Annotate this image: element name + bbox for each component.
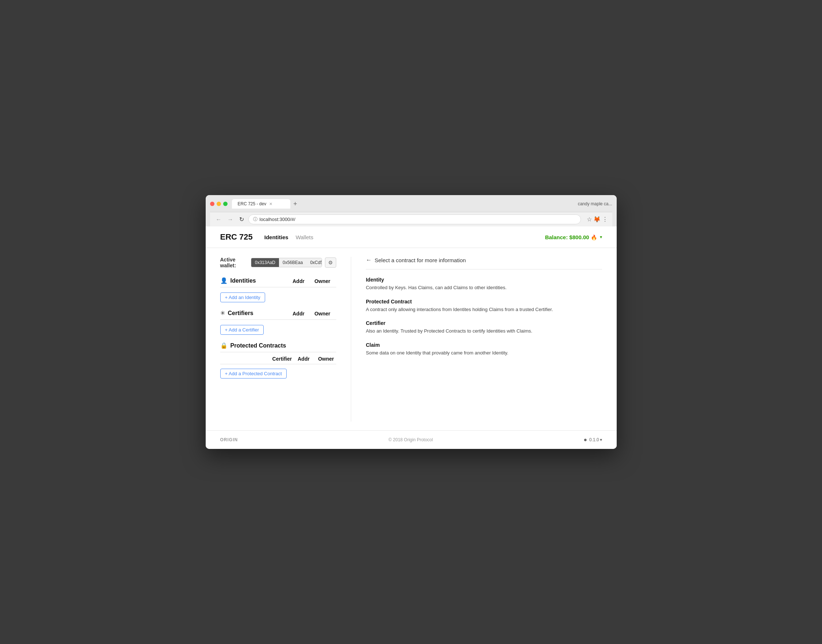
identities-title: Identities xyxy=(230,278,293,284)
claim-def-title: Claim xyxy=(366,342,602,348)
left-panel: Active wallet: 0x313AaD 0x56BEaa 0xCd5e7… xyxy=(220,257,337,422)
wallet-addr-0[interactable]: 0x313AaD xyxy=(251,258,279,267)
version-dropdown-icon: ▾ xyxy=(600,437,602,442)
back-button[interactable]: ← xyxy=(215,216,223,224)
wallet-settings-button[interactable]: ⚙ xyxy=(325,258,336,268)
add-protected-contract-button[interactable]: + Add a Protected Contract xyxy=(220,369,287,379)
bookmark-button[interactable]: ☆ xyxy=(587,216,592,223)
claim-definition: Claim Some data on one Identity that pro… xyxy=(366,342,602,357)
identity-def-desc: Controlled by Keys. Has Claims, can add … xyxy=(366,284,602,291)
wallet-addresses: 0x313AaD 0x56BEaa 0xCd5e74 xyxy=(251,258,322,267)
reload-button[interactable]: ↻ xyxy=(238,215,245,224)
certifiers-header: ✳ Certifiers Addr Owner xyxy=(220,310,337,320)
footer-right: ● 0.1.0 ▾ xyxy=(583,437,602,443)
identities-section: 👤 Identities Addr Owner + Add an Identit… xyxy=(220,277,337,302)
identities-owner-header: Owner xyxy=(314,278,336,284)
tab-bar: ERC 725 - dev ✕ + xyxy=(232,199,578,209)
maximize-button[interactable] xyxy=(223,202,228,206)
footer-copyright: © 2018 Origin Protocol xyxy=(388,437,433,442)
certifiers-section: ✳ Certifiers Addr Owner + Add a Certifie… xyxy=(220,310,337,335)
protected-addr-header: Addr xyxy=(298,356,312,362)
certifiers-addr-header: Addr xyxy=(293,311,314,316)
app-logo: ERC 725 xyxy=(220,232,253,242)
chrome-titlebar: ERC 725 - dev ✕ + candy maple ca... ← → … xyxy=(206,195,616,227)
wallet-row: Active wallet: 0x313AaD 0x56BEaa 0xCd5e7… xyxy=(220,257,337,268)
close-button[interactable] xyxy=(210,202,215,206)
protected-title: Protected Contracts xyxy=(230,342,337,349)
identity-icon: 👤 xyxy=(220,277,228,284)
browser-window: ERC 725 - dev ✕ + candy maple ca... ← → … xyxy=(206,195,616,449)
wallet-label: Active wallet: xyxy=(220,257,248,268)
app-nav: Identities Wallets xyxy=(264,234,313,240)
new-tab-button[interactable]: + xyxy=(290,199,301,209)
tab-close-button[interactable]: ✕ xyxy=(269,202,272,206)
protected-def-title: Protected Contract xyxy=(366,299,602,305)
omnibar-actions: ☆ 🦊 ⋮ xyxy=(587,216,608,223)
balance-flame-icon: 🔥 xyxy=(591,235,597,240)
app-content: ERC 725 Identities Wallets Balance: $800… xyxy=(206,227,616,449)
app-footer: ORIGIN © 2018 Origin Protocol ● 0.1.0 ▾ xyxy=(206,430,616,449)
wallet-addr-2[interactable]: 0xCd5e74 xyxy=(306,258,322,267)
select-contract-row: ← Select a contract for more information xyxy=(366,257,602,270)
certifier-def-desc: Also an Identity. Trusted by Protected C… xyxy=(366,328,602,335)
extension-button[interactable]: 🦊 xyxy=(593,216,601,223)
url-text: localhost:3000/#/ xyxy=(260,216,295,222)
traffic-lights xyxy=(210,202,228,206)
identities-header: 👤 Identities Addr Owner xyxy=(220,277,337,287)
certifiers-title: Certifiers xyxy=(228,310,293,316)
nav-identities[interactable]: Identities xyxy=(264,234,288,240)
wallet-addr-1[interactable]: 0x56BEaa xyxy=(279,258,306,267)
certifier-definition: Certifier Also an Identity. Trusted by P… xyxy=(366,320,602,335)
chrome-user-label: candy maple ca... xyxy=(578,201,612,206)
nav-wallets[interactable]: Wallets xyxy=(296,234,314,240)
github-icon[interactable]: ● xyxy=(583,437,587,443)
protected-contracts-section: 🔒 Protected Contracts Certifier Addr Own… xyxy=(220,342,337,379)
identity-def-title: Identity xyxy=(366,277,602,283)
identity-definition: Identity Controlled by Keys. Has Claims,… xyxy=(366,277,602,291)
identities-addr-header: Addr xyxy=(293,278,314,284)
certifier-icon: ✳ xyxy=(220,310,225,316)
protected-owner-header: Owner xyxy=(318,356,336,362)
omnibar: ← → ↻ ⓘ localhost:3000/#/ ☆ 🦊 ⋮ xyxy=(210,212,612,227)
tab-title: ERC 725 - dev xyxy=(238,201,267,206)
select-contract-text: Select a contract for more information xyxy=(374,257,466,263)
add-identity-button[interactable]: + Add an Identity xyxy=(220,293,265,302)
security-icon: ⓘ xyxy=(253,216,258,222)
address-bar[interactable]: ⓘ localhost:3000/#/ xyxy=(248,215,581,224)
protected-def-desc: A contract only allowing interactions fr… xyxy=(366,306,602,313)
active-tab[interactable]: ERC 725 - dev ✕ xyxy=(232,199,290,209)
claim-def-desc: Some data on one Identity that provably … xyxy=(366,350,602,357)
add-certifier-button[interactable]: + Add a Certifier xyxy=(220,325,264,335)
balance-amount: Balance: $800.00 🔥 xyxy=(545,234,597,240)
right-panel: ← Select a contract for more information… xyxy=(351,257,602,422)
minimize-button[interactable] xyxy=(216,202,221,206)
balance-dropdown-icon[interactable]: ▾ xyxy=(600,235,602,239)
header-right: Balance: $800.00 🔥 ▾ xyxy=(545,234,602,240)
protected-header: 🔒 Protected Contracts xyxy=(220,342,337,352)
version-button[interactable]: 0.1.0 ▾ xyxy=(589,437,602,442)
protected-contract-definition: Protected Contract A contract only allow… xyxy=(366,299,602,313)
certifiers-owner-header: Owner xyxy=(314,311,336,316)
select-arrow-icon: ← xyxy=(366,257,372,263)
main-layout: Active wallet: 0x313AaD 0x56BEaa 0xCd5e7… xyxy=(206,248,616,430)
protected-certifier-header: Certifier xyxy=(272,356,292,362)
lock-icon: 🔒 xyxy=(220,342,228,349)
app-header: ERC 725 Identities Wallets Balance: $800… xyxy=(206,227,616,248)
certifier-def-title: Certifier xyxy=(366,320,602,326)
footer-logo: ORIGIN xyxy=(220,437,238,442)
menu-button[interactable]: ⋮ xyxy=(602,216,608,223)
forward-button[interactable]: → xyxy=(226,216,235,224)
